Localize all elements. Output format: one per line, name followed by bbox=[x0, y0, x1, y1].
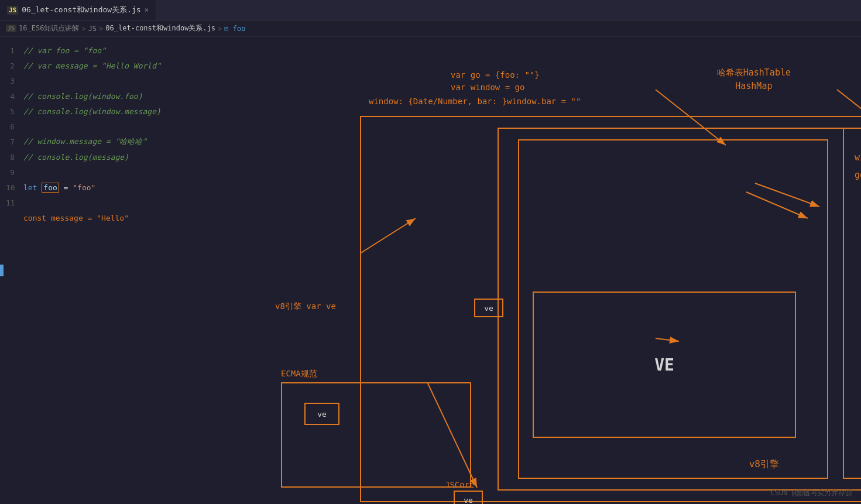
main-area: 1 // var foo = "foo" 2 // var message = … bbox=[0, 37, 861, 504]
ve-label: VE bbox=[654, 355, 674, 375]
breadcrumb: JS 16_ES6知识点讲解 > JS > 06_let-const和windo… bbox=[0, 20, 861, 37]
breadcrumb-part1: 16_ES6知识点讲解 bbox=[19, 23, 79, 33]
annotation-var-go: var go = {foo: ""} var window = go bbox=[451, 69, 540, 94]
code-line-11: 11 bbox=[0, 195, 246, 210]
line-num-7: 7 bbox=[6, 138, 23, 146]
box-var-ve-top: ve bbox=[474, 299, 503, 317]
line-content-1: // var foo = "foo" bbox=[23, 46, 106, 55]
file-tab[interactable]: JS 06_let-const和window关系.js × bbox=[0, 0, 156, 20]
line-num-8: 8 bbox=[6, 153, 23, 162]
label-var-ve-top: ve bbox=[484, 304, 493, 313]
label-go-text: go bbox=[855, 170, 861, 180]
box-ecma-outer bbox=[281, 382, 471, 488]
label-window: window bbox=[855, 151, 861, 164]
foo-highlight: foo bbox=[42, 183, 59, 193]
line-num-1: 1 bbox=[6, 46, 23, 55]
annotation-var-go-line2: var window = go bbox=[451, 81, 540, 94]
line-num-4: 4 bbox=[6, 92, 23, 101]
breadcrumb-js-icon: JS bbox=[6, 25, 16, 32]
diagram-area: var go = {foo: ""} var window = go 哈希表Ha… bbox=[246, 37, 861, 504]
annotation-hashtable-line1: 哈希表HashTable bbox=[717, 66, 791, 80]
annotation-ecma-text: ECMA规范 bbox=[281, 369, 317, 378]
code-line-1: 1 // var foo = "foo" bbox=[0, 43, 246, 58]
line-content-8: // console.log(message) bbox=[23, 153, 129, 162]
annotation-var-go-line1: var go = {foo: ""} bbox=[451, 69, 540, 81]
code-line-3: 3 bbox=[0, 73, 246, 88]
annotation-hashtable-line2: HashMap bbox=[717, 80, 791, 93]
line-content-2: // var message = "Hello World" bbox=[23, 61, 161, 70]
annotation-window-detail-text: window: {Date/Number, bar: }window.bar =… bbox=[369, 97, 581, 106]
line-content-10: let foo = "foo" bbox=[23, 183, 95, 192]
line-num-10: 10 bbox=[6, 183, 23, 192]
annotation-jscore: JSCore bbox=[445, 479, 475, 491]
breadcrumb-sep3: > bbox=[218, 25, 222, 33]
line-num-5: 5 bbox=[6, 107, 23, 116]
line-num-6: 6 bbox=[6, 122, 23, 131]
line-num-9: 9 bbox=[6, 168, 23, 177]
tab-close-button[interactable]: × bbox=[145, 6, 149, 14]
line-num-2: 2 bbox=[6, 61, 23, 70]
code-line-4: 4 // console.log(window.foo) bbox=[0, 88, 246, 104]
line-num-3: 3 bbox=[6, 77, 23, 85]
annotation-hashtable: 哈希表HashTable HashMap bbox=[717, 66, 791, 92]
code-line-5: 5 // console.log(window.message) bbox=[0, 104, 246, 119]
breadcrumb-part2: JS bbox=[88, 25, 97, 33]
tab-filename: 06_let-const和window关系.js bbox=[22, 5, 140, 15]
line-content-12: const message = "Hello" bbox=[23, 214, 129, 222]
breadcrumb-sep2: > bbox=[99, 25, 103, 33]
label-ve-inner: ve bbox=[317, 410, 327, 419]
line-content-4: // console.log(window.foo) bbox=[23, 92, 143, 101]
annotation-v8-top: v8引擎 var ve bbox=[275, 300, 336, 313]
line-num-11: 11 bbox=[6, 198, 23, 207]
label-go: go bbox=[855, 169, 861, 182]
box-ve: VE bbox=[533, 292, 796, 438]
annotation-window-detail: window: {Date/Number, bar: }window.bar =… bbox=[369, 95, 581, 108]
code-line-10: 10 let foo = "foo" bbox=[0, 180, 246, 195]
code-line-12: const message = "Hello" bbox=[0, 210, 246, 225]
tab-bar: JS 06_let-const和window关系.js × bbox=[0, 0, 861, 20]
label-jscore-ve: ve bbox=[464, 496, 473, 505]
box-jscore-ve: ve bbox=[454, 491, 483, 504]
code-panel: 1 // var foo = "foo" 2 // var message = … bbox=[0, 37, 246, 504]
label-window-text: window bbox=[855, 152, 861, 163]
annotation-v8-top-text: v8引擎 var ve bbox=[275, 301, 336, 311]
code-line-6: 6 bbox=[0, 119, 246, 134]
breadcrumb-sep1: > bbox=[81, 25, 85, 33]
breadcrumb-part3: 06_let-const和window关系.js bbox=[105, 23, 215, 33]
annotation-ecma: ECMA规范 bbox=[281, 368, 317, 380]
code-line-7: 7 // window.message = "哈哈哈" bbox=[0, 134, 246, 149]
box-ve-inner: ve bbox=[304, 403, 339, 425]
code-line-8: 8 // console.log(message) bbox=[0, 149, 246, 164]
line-content-7: // window.message = "哈哈哈" bbox=[23, 136, 147, 147]
code-line-9: 9 bbox=[0, 164, 246, 180]
line-content-5: // console.log(window.message) bbox=[23, 107, 161, 116]
code-line-2: 2 // var message = "Hello World" bbox=[0, 58, 246, 73]
breadcrumb-part4: ⊡ foo bbox=[224, 25, 245, 33]
js-icon: JS bbox=[7, 6, 18, 15]
watermark: CSDN @颜值与实力并存源 bbox=[771, 488, 852, 498]
annotation-jscore-text: JSCore bbox=[445, 480, 475, 489]
